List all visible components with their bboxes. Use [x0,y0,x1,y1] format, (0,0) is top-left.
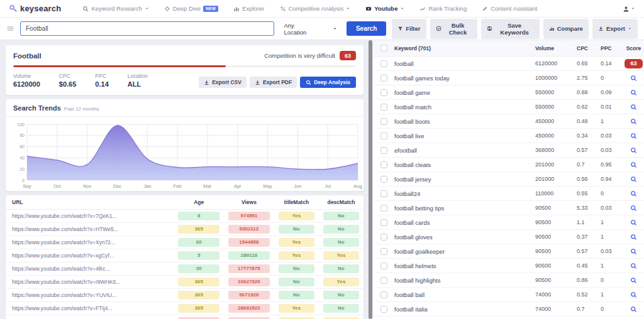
video-url[interactable]: https://www.youtube.com/watch?v=7QeK1... [6,210,174,223]
analyze-magnifier-icon[interactable] [630,306,637,313]
analyze-magnifier-icon[interactable] [630,219,637,226]
chevron-down-icon [346,6,350,11]
keyword-label[interactable]: football cards [394,219,535,226]
analyze-magnifier-icon[interactable] [630,132,637,139]
row-checkbox[interactable] [380,291,387,298]
analyze-magnifier-icon[interactable] [630,118,637,125]
keyword-label[interactable]: football jersey [394,176,535,183]
select-all-checkbox[interactable] [380,45,387,51]
location-select[interactable]: Any Location [280,22,341,36]
analyze-magnifier-icon[interactable] [630,234,637,241]
row-checkbox[interactable] [380,190,387,197]
keyword-label[interactable]: football helmets [394,262,535,269]
search-button[interactable]: Search [347,21,386,36]
keyword-label[interactable]: efootball [394,147,535,154]
save-keywords-button[interactable]: Save Keywords [481,19,539,39]
svg-text:Oct: Oct [53,183,62,189]
nav-item-content-assistant[interactable]: Content Assistant [482,5,537,12]
row-checkbox[interactable] [380,75,387,82]
row-checkbox[interactable] [380,132,387,139]
difficulty-score-badge[interactable]: 63 [340,51,356,60]
svg-text:60: 60 [19,144,25,149]
filter-button[interactable]: Filter [392,19,426,39]
keyword-label[interactable]: football game [394,89,535,96]
video-url[interactable]: https://www.youtube.com/watch?v=qsKUR... [6,315,174,319]
nav-item-deep-dive[interactable]: Deep DiveNEW [164,5,218,12]
keyword-label[interactable]: football betting tips [394,205,535,212]
keyword-label[interactable]: football [394,60,535,67]
row-checkbox[interactable] [380,248,387,255]
row-checkbox[interactable] [380,234,387,241]
keyword-label[interactable]: football boots [394,118,535,125]
export-button[interactable]: Export [592,19,638,39]
row-checkbox[interactable] [380,262,387,269]
col-volume: Volume [535,45,577,51]
bulk-check-button[interactable]: Bulk Check [430,19,478,39]
ppc-value: 0.03 [601,248,623,254]
account-menu[interactable] [623,6,635,12]
analyze-magnifier-icon[interactable] [630,161,637,168]
analyze-magnifier-icon[interactable] [630,262,637,269]
row-checkbox[interactable] [380,118,387,125]
keyword-label[interactable]: football games today [394,75,535,82]
keyword-label[interactable]: football italia [394,306,535,313]
analyze-magnifier-icon[interactable] [630,277,637,284]
keyword-search-input[interactable] [20,21,274,36]
video-url[interactable]: https://www.youtube.com/watch?v=4llrc... [6,262,174,276]
row-checkbox[interactable] [380,219,387,226]
results-toolbar: FilterBulk CheckSave KeywordsCompareExpo… [392,19,638,39]
analyze-magnifier-icon[interactable] [630,176,637,183]
titlematch-chip: No [279,225,314,234]
analyze-magnifier-icon[interactable] [630,147,637,154]
menu-icon[interactable] [6,24,14,33]
scrollbar-thumb[interactable] [369,40,372,319]
row-checkbox[interactable] [380,104,387,111]
row-checkbox[interactable] [380,176,387,183]
nav-item-rank-tracking[interactable]: Rank Tracking [419,5,467,12]
export-csv-button[interactable]: Export CSV [199,77,247,88]
keyword-label[interactable]: football cleats [394,161,535,168]
analyze-magnifier-icon[interactable] [630,75,637,82]
keyword-label[interactable]: football goalkeeper [394,248,535,255]
row-checkbox[interactable] [380,306,387,313]
volume-value: 450000 [535,132,577,139]
nav-item-keyword-research[interactable]: Keyword Research [82,5,148,12]
video-url[interactable]: https://www.youtube.com/watch?v=YUVIU... [6,289,174,302]
row-checkbox[interactable] [380,89,387,96]
compare-button[interactable]: Compare [543,19,589,39]
deep-analysis-button[interactable]: Deep Analysis [300,77,356,88]
keyword-label[interactable]: football highlights [394,277,535,284]
analyze-magnifier-icon[interactable] [630,205,637,212]
analyze-magnifier-icon[interactable] [630,248,637,255]
export-pdf-button[interactable]: Export PDF [250,77,297,88]
row-checkbox[interactable] [380,147,387,154]
video-url[interactable]: https://www.youtube.com/watch?v=HTWe5... [6,223,174,236]
cpc-value: 0.7 [577,306,601,312]
row-checkbox[interactable] [380,60,387,67]
keyword-label[interactable]: football match [394,104,535,111]
analyze-magnifier-icon[interactable] [630,190,637,197]
panel-scrollbar[interactable] [368,40,373,319]
row-checkbox[interactable] [380,205,387,212]
video-url[interactable]: https://www.youtube.com/watch?v=Xyn72... [6,236,174,249]
brand-logo[interactable]: keysearch [9,4,61,13]
keyword-label[interactable]: football24 [394,190,535,197]
age-chip: 5 [178,251,219,260]
table-row: https://www.youtube.com/watch?v=HTWe5...… [6,223,364,236]
row-checkbox[interactable] [380,161,387,168]
video-url[interactable]: https://www.youtube.com/watch?v=xgCyf... [6,249,174,262]
nav-item-youtube[interactable]: Youtube [365,5,404,12]
score-badge[interactable]: 63 [625,59,642,68]
video-url[interactable]: https://www.youtube.com/watch?v=FTIj4... [6,302,174,315]
nav-item-explorer[interactable]: Explorer [233,5,264,12]
nav-item-competitive-analysis[interactable]: Competitive Analysis [280,5,351,12]
video-url[interactable]: https://www.youtube.com/watch?v=r9WHK6..… [6,276,174,289]
keyword-label[interactable]: football gloves [394,234,535,241]
row-checkbox[interactable] [380,277,387,284]
analyze-magnifier-icon[interactable] [630,291,637,298]
analyze-magnifier-icon[interactable] [630,89,637,96]
keyword-label[interactable]: football ball [394,291,535,298]
stat-cpc: CPC$0.65 [59,73,77,88]
keyword-label[interactable]: football live [394,132,535,139]
analyze-magnifier-icon[interactable] [630,104,637,111]
